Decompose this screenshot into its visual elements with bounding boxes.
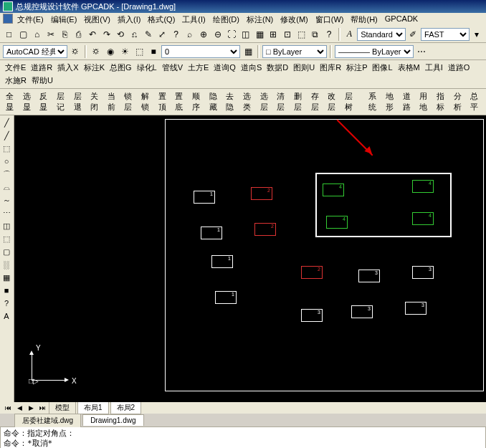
menu-item[interactable]: 插入(I) [115, 14, 143, 25]
drawing-object[interactable]: 3 [301, 309, 323, 322]
toolbar-button[interactable]: ⊞ [267, 28, 280, 41]
color-combo[interactable]: □ ByLayer [262, 45, 327, 58]
draw-tool[interactable]: A [1, 310, 12, 322]
drawing-object[interactable]: 2 [254, 223, 276, 236]
ribbon-item[interactable]: 标注K [82, 62, 107, 74]
layer-button[interactable]: 隐藏 [206, 90, 222, 113]
draw-tool[interactable]: ░ [1, 259, 12, 270]
ribbon-item[interactable]: 标注P [344, 62, 369, 74]
draw-tool[interactable]: ■ [1, 285, 12, 296]
draw-tool[interactable]: ⌒ [1, 168, 12, 180]
toolbar-button[interactable]: ▢ [16, 28, 29, 41]
layer-button[interactable]: 总平 [467, 90, 483, 113]
menu-item[interactable]: 帮助(H) [348, 14, 380, 25]
toolbar-button[interactable]: ⎌ [128, 28, 140, 41]
layer-button[interactable]: 锁层 [121, 90, 137, 113]
ribbon-item[interactable]: 总图G [108, 62, 134, 74]
toolbar-button[interactable]: ⎙ [72, 28, 85, 41]
layer-button[interactable]: 层记 [54, 90, 70, 113]
draw-tool[interactable]: ╱ [1, 130, 12, 141]
toolbar-button[interactable]: ↶ [86, 28, 98, 41]
drawing-object[interactable]: 2 [301, 266, 323, 279]
layer-button[interactable]: 全显 [3, 90, 19, 113]
layer-button[interactable]: 置底 [172, 90, 188, 113]
ribbon-item[interactable]: 道路O [446, 62, 472, 74]
command-window[interactable]: 命令：指定对角点：命令：*取消*命令：指定对角点：命令：*取消*命令： [0, 426, 486, 448]
drawing-object[interactable]: 2 [251, 187, 272, 200]
ribbon-item[interactable]: 土方E [186, 62, 211, 74]
toolbar-button[interactable]: ↷ [100, 28, 113, 41]
drawing-object[interactable]: 1 [194, 191, 215, 204]
drawing-object[interactable]: 3 [405, 302, 427, 315]
toolbar-button[interactable]: ◫ [239, 28, 252, 41]
toolbar-button[interactable]: ⊖ [211, 28, 224, 41]
drawing-object[interactable]: 4 [326, 216, 348, 229]
layout-tab[interactable]: 布局2 [110, 401, 142, 414]
ribbon-item[interactable]: 图像L [370, 62, 394, 74]
layer-icon[interactable]: ◉ [104, 45, 117, 58]
draw-tool[interactable]: ○ [1, 156, 12, 167]
drawing-object[interactable]: 4 [323, 184, 344, 196]
menu-item[interactable]: 文件(E) [14, 14, 47, 25]
ribbon-item[interactable]: 道向S [239, 62, 264, 74]
drawing-object[interactable]: 3 [358, 270, 380, 282]
ribbon-item[interactable]: 道询Q [211, 62, 238, 74]
brush-icon[interactable]: ✐ [407, 28, 419, 41]
layer-button[interactable]: 分析 [451, 90, 467, 113]
layer-button[interactable]: 清层 [274, 90, 290, 113]
document-tab[interactable]: 居委社建域.dwg [14, 414, 81, 427]
ribbon-item[interactable]: 表格M [396, 62, 422, 74]
draw-tool[interactable]: ⌓ [1, 181, 12, 193]
menu-item[interactable]: GPCADK [382, 14, 421, 25]
drawing-object[interactable]: 1 [201, 227, 222, 239]
toolbar-button[interactable]: ⎘ [59, 28, 71, 41]
layer-button[interactable]: 道路 [400, 90, 416, 113]
layer-button[interactable]: 选显 [20, 90, 36, 113]
ribbon-item[interactable]: 数据D [265, 62, 290, 74]
layer-button[interactable]: 系统 [366, 90, 381, 113]
menu-item[interactable]: 视图(V) [81, 14, 113, 25]
ribbon-item[interactable]: 插入X [55, 62, 80, 74]
toolbar-button[interactable]: ⬚ [295, 28, 308, 41]
linetype-combo[interactable]: ———— ByLayer [335, 45, 414, 58]
layer-button[interactable]: 层退 [71, 90, 87, 113]
ribbon-item[interactable]: 图库R [318, 62, 343, 74]
layout-tab[interactable]: 模型 [49, 401, 76, 414]
drawing-object[interactable]: 1 [211, 255, 233, 268]
layer-button[interactable]: 置顶 [156, 90, 171, 113]
drawing-object[interactable]: 3 [351, 305, 373, 318]
style-a-icon[interactable]: A [343, 28, 356, 41]
toolbar-button[interactable]: ✂ [44, 28, 57, 41]
tab-nav-button[interactable]: ⏮ [3, 404, 13, 412]
toolbar-button[interactable]: ⌕ [184, 28, 196, 41]
draw-tool[interactable]: ～ [1, 194, 12, 206]
drawing-object[interactable]: 3 [412, 266, 434, 279]
draw-tool[interactable]: ⬚ [1, 233, 12, 244]
drawing-object[interactable]: 4 [412, 180, 434, 193]
toolbar-button[interactable]: ⊕ [198, 28, 210, 41]
ribbon-item[interactable]: 工具I [423, 62, 445, 74]
layout-tab[interactable]: 布局1 [77, 401, 109, 414]
toolbar-button[interactable]: ? [323, 28, 335, 41]
layer-button[interactable]: 指标 [434, 90, 449, 113]
layer-button[interactable]: 删层 [291, 90, 307, 113]
text-style-combo[interactable]: Standard [357, 28, 405, 41]
linetype-more-icon[interactable]: ⋯ [415, 45, 428, 58]
draw-tool[interactable]: ⋯ [1, 207, 12, 219]
workspace-combo[interactable]: AutoCAD 经典 [3, 45, 67, 58]
layer-combo[interactable]: 0 [161, 45, 240, 58]
toolbar-button[interactable]: ⟲ [114, 28, 126, 41]
sys-icon[interactable] [3, 14, 13, 24]
layer-button[interactable]: 顺序 [189, 90, 205, 113]
ribbon-item[interactable]: 图则U [291, 62, 317, 74]
menu-item[interactable]: 编辑(E) [48, 14, 80, 25]
ribbon-item[interactable]: 绿化L [135, 62, 159, 74]
draw-tool[interactable]: ▦ [1, 272, 12, 283]
layer-button[interactable]: 选类 [240, 90, 256, 113]
layer-button[interactable]: 解锁 [138, 90, 154, 113]
tab-nav-button[interactable]: ▶ [26, 404, 36, 412]
tab-nav-button[interactable]: ⏭ [37, 404, 47, 412]
drawing-object[interactable]: 1 [215, 291, 237, 304]
ribbon-item[interactable]: 文件E [3, 62, 28, 74]
toolbar-button[interactable]: ⤢ [156, 28, 168, 41]
